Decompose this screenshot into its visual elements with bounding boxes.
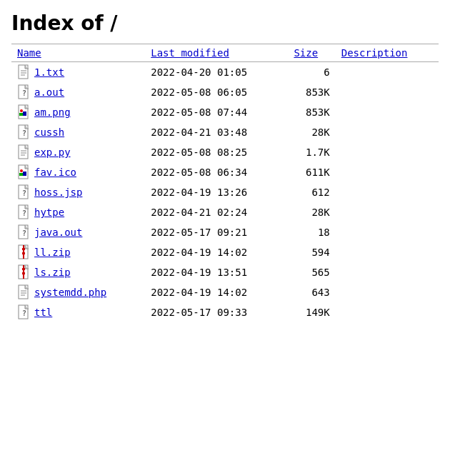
col-header-size: Size: [288, 44, 335, 62]
svg-rect-32: [22, 268, 25, 270]
file-name-cell: ll.zip: [11, 242, 145, 262]
table-row: ? a.out2022-05-08 06:05853K: [11, 82, 439, 102]
svg-rect-9: [23, 111, 26, 116]
file-size-cell: 18: [288, 222, 335, 242]
file-modified-cell: 2022-04-21 02:24: [145, 202, 288, 222]
svg-rect-33: [22, 272, 25, 274]
unknown-icon: ?: [17, 184, 31, 200]
file-name-row: ? a.out: [17, 84, 139, 100]
file-link[interactable]: cussh: [34, 127, 64, 138]
file-description-cell: [336, 242, 439, 262]
svg-rect-28: [22, 248, 25, 250]
svg-point-17: [20, 169, 23, 172]
file-link[interactable]: ttl: [34, 307, 52, 318]
file-description-cell: [336, 82, 439, 102]
sort-by-size-link[interactable]: Size: [294, 47, 318, 59]
file-modified-cell: 2022-05-17 09:33: [145, 302, 288, 322]
file-description-cell: [336, 122, 439, 142]
col-header-modified: Last modified: [145, 44, 288, 62]
file-description-cell: [336, 222, 439, 242]
svg-text:?: ?: [22, 89, 26, 97]
file-name-row: ? hytpe: [17, 204, 139, 220]
file-name-cell: 1.txt: [11, 62, 145, 83]
file-link[interactable]: fav.ico: [34, 167, 76, 178]
file-link[interactable]: 1.txt: [34, 66, 64, 78]
svg-text:?: ?: [22, 189, 26, 197]
file-name-row: ls.zip: [17, 264, 139, 280]
file-link[interactable]: am.png: [34, 106, 71, 118]
file-link[interactable]: a.out: [34, 86, 64, 98]
file-name-row: ? hoss.jsp: [17, 184, 139, 200]
file-name-cell: ? hoss.jsp: [11, 182, 145, 202]
file-link[interactable]: systemdd.php: [34, 287, 106, 298]
file-name-row: ll.zip: [17, 244, 139, 260]
svg-rect-19: [23, 172, 26, 176]
file-name-cell: am.png: [11, 102, 145, 122]
file-modified-cell: 2022-04-19 13:26: [145, 182, 288, 202]
col-header-description: Description: [336, 44, 439, 62]
file-modified-cell: 2022-04-19 13:51: [145, 262, 288, 282]
file-name-cell: systemdd.php: [11, 282, 145, 302]
file-name-row: exp.py: [17, 144, 139, 160]
file-name-cell: exp.py: [11, 142, 145, 162]
file-size-cell: 149K: [288, 302, 335, 322]
svg-text:?: ?: [22, 309, 26, 317]
unknown-icon: ?: [17, 124, 31, 140]
table-row: ? cussh2022-04-21 03:4828K: [11, 122, 439, 142]
file-modified-cell: 2022-05-08 06:05: [145, 82, 288, 102]
text-icon: [17, 144, 31, 160]
file-link[interactable]: exp.py: [34, 147, 71, 158]
unknown-icon: ?: [17, 84, 31, 100]
svg-point-7: [20, 109, 23, 112]
file-modified-cell: 2022-04-19 14:02: [145, 242, 288, 262]
text-icon: [17, 284, 31, 300]
table-row: exp.py2022-05-08 08:251.7K: [11, 142, 439, 162]
file-link[interactable]: ll.zip: [34, 247, 71, 258]
file-name-row: 1.txt: [17, 64, 139, 80]
file-link[interactable]: java.out: [34, 227, 82, 238]
file-name-cell: ? cussh: [11, 122, 145, 142]
sort-by-desc-link[interactable]: Description: [341, 47, 408, 59]
file-link[interactable]: hoss.jsp: [34, 187, 82, 198]
file-name-cell: ? java.out: [11, 222, 145, 242]
file-name-cell: ? hytpe: [11, 202, 145, 222]
file-name-row: ? cussh: [17, 124, 139, 140]
file-size-cell: 28K: [288, 202, 335, 222]
zip-icon: [17, 244, 31, 260]
file-name-cell: fav.ico: [11, 162, 145, 182]
file-modified-cell: 2022-05-08 06:34: [145, 162, 288, 182]
file-modified-cell: 2022-04-21 03:48: [145, 122, 288, 142]
text-icon: [17, 64, 31, 80]
sort-by-modified-link[interactable]: Last modified: [151, 47, 229, 59]
table-row: ? ttl2022-05-17 09:33149K: [11, 302, 439, 322]
unknown-icon: ?: [17, 224, 31, 240]
file-modified-cell: 2022-04-19 14:02: [145, 282, 288, 302]
file-description-cell: [336, 282, 439, 302]
file-size-cell: 6: [288, 62, 335, 83]
file-modified-cell: 2022-05-08 07:44: [145, 102, 288, 122]
file-link[interactable]: ls.zip: [34, 267, 71, 278]
image-icon: [17, 104, 31, 120]
file-name-cell: ? a.out: [11, 82, 145, 102]
svg-text:?: ?: [22, 209, 26, 217]
file-link[interactable]: hytpe: [34, 207, 64, 218]
svg-text:?: ?: [22, 229, 26, 237]
file-description-cell: [336, 142, 439, 162]
file-description-cell: [336, 62, 439, 83]
file-name-row: fav.ico: [17, 164, 139, 180]
table-row: ? hoss.jsp2022-04-19 13:26612: [11, 182, 439, 202]
table-header-row: Name Last modified Size Description: [11, 44, 439, 62]
file-modified-cell: 2022-05-08 08:25: [145, 142, 288, 162]
table-row: ll.zip2022-04-19 14:02594: [11, 242, 439, 262]
sort-by-name-link[interactable]: Name: [17, 47, 41, 59]
image-icon: [17, 164, 31, 180]
file-listing-table: Name Last modified Size Description 1.tx…: [11, 44, 439, 322]
file-size-cell: 1.7K: [288, 142, 335, 162]
file-size-cell: 853K: [288, 102, 335, 122]
file-modified-cell: 2022-05-17 09:21: [145, 222, 288, 242]
file-size-cell: 594: [288, 242, 335, 262]
col-header-name: Name: [11, 44, 145, 62]
file-description-cell: [336, 202, 439, 222]
table-row: fav.ico2022-05-08 06:34611K: [11, 162, 439, 182]
file-modified-cell: 2022-04-20 01:05: [145, 62, 288, 83]
